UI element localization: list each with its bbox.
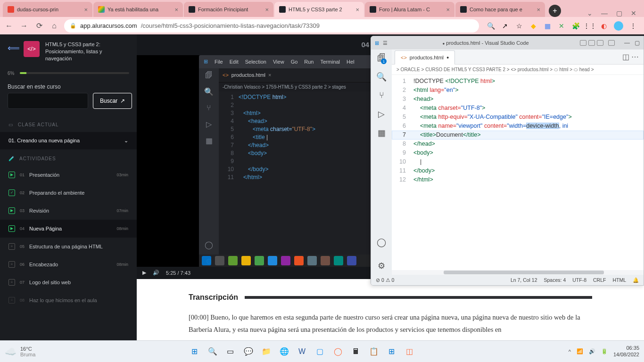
ext-icon[interactable]: ⋮⋮ <box>586 22 594 30</box>
reload-button[interactable]: ⟳ <box>34 21 44 31</box>
weather-widget[interactable]: ☁️ 16°CBruma <box>5 346 35 357</box>
ext-icon[interactable]: ✕ <box>557 22 566 30</box>
browser-tab-active[interactable]: HTML5 y CSS3 parte 2× <box>274 2 364 17</box>
url-input[interactable]: 🔒 app.aluracursos.com/course/html5-css3-… <box>64 19 479 33</box>
back-button[interactable]: ← <box>4 21 14 31</box>
activity-item[interactable]: ✓02Preparando el ambiente <box>0 184 137 202</box>
search-input[interactable] <box>8 93 88 109</box>
horizontal-scrollbar[interactable] <box>392 270 644 275</box>
video-time: 5:25 / 7:43 <box>166 270 190 276</box>
minimize-icon[interactable]: — <box>601 9 608 17</box>
account-icon: ◯ <box>205 240 213 249</box>
start-icon[interactable]: ⊞ <box>188 345 202 359</box>
activity-item[interactable]: ≡08Haz lo que hicimos en el aula <box>0 291 137 309</box>
zoom-icon[interactable]: ▢ <box>313 345 327 359</box>
close-icon[interactable]: × <box>355 6 359 13</box>
word-icon[interactable]: W <box>295 345 309 359</box>
app-icon[interactable]: ◯ <box>331 345 345 359</box>
files-icon[interactable]: 🗐1 <box>377 53 386 63</box>
breadcrumb[interactable]: > ORACLE > CURSO DE HTML5 Y CSS3 PARTE 2… <box>392 65 644 75</box>
account-icon[interactable]: ◯ <box>377 237 386 247</box>
browser-tab[interactable]: Formación Principiant× <box>184 2 273 17</box>
close-icon[interactable]: × <box>265 6 269 13</box>
browser-tab[interactable]: Foro | Alura Latam - C× <box>365 2 454 17</box>
status-eol[interactable]: CRLF <box>593 277 606 283</box>
battery-icon[interactable]: 🔋 <box>601 348 608 354</box>
notes-icon[interactable]: 📋 <box>367 345 381 359</box>
clock[interactable]: 06:3514/08/2022 <box>613 345 639 357</box>
menu-icon[interactable]: ⋮ <box>629 22 637 30</box>
gear-icon[interactable]: ⚙ <box>378 261 385 271</box>
app-icon[interactable]: ◫ <box>403 345 417 359</box>
maximize-icon[interactable]: ▢ <box>635 40 640 46</box>
status-problems[interactable]: ⊘ 0 ⚠ 0 <box>376 277 394 283</box>
browser-tab[interactable]: Como hace para que e× <box>455 2 545 17</box>
search-icon[interactable]: 🔍 <box>376 72 387 82</box>
close-icon[interactable]: × <box>84 6 88 13</box>
extensions-icon[interactable]: ▦ <box>378 128 386 138</box>
status-indent[interactable]: Spaces: 4 <box>544 277 566 283</box>
branch-icon[interactable]: ⑂ <box>379 90 384 100</box>
play-icon[interactable]: ▶ <box>142 270 146 276</box>
chevron-down-icon[interactable]: ⌄ <box>587 9 593 17</box>
menu-file: File <box>215 59 223 65</box>
url-path: /course/html5-css3-posicionamiento-lista… <box>141 22 320 29</box>
calc-icon[interactable]: 🖩 <box>349 345 363 359</box>
close-icon[interactable]: × <box>174 6 178 13</box>
status-lang[interactable]: HTML <box>612 277 626 283</box>
back-arrow-icon[interactable]: ⟸ <box>8 43 18 53</box>
browser-tab[interactable]: dudas-cursos-prin× <box>3 2 92 17</box>
search-icon[interactable]: 🔍 <box>487 22 495 30</box>
editor-tab[interactable]: <>productos.html● <box>395 50 455 65</box>
explorer-icon[interactable]: 📁 <box>259 345 273 359</box>
status-cursor[interactable]: Ln 7, Col 12 <box>511 277 537 283</box>
puzzle-icon[interactable]: 🧩 <box>571 22 580 30</box>
close-icon[interactable]: × <box>446 6 450 13</box>
chrome-icon[interactable]: 🌐 <box>277 345 291 359</box>
taskview-icon[interactable]: ▭ <box>223 345 238 359</box>
chat-icon[interactable]: 💬 <box>241 345 256 359</box>
code-editor[interactable]: 1!DOCTYPE <!DOCTYPE html> 2<html lang="e… <box>392 75 644 270</box>
forward-button[interactable]: → <box>19 21 29 31</box>
activity-item[interactable]: ≡07Logo del sitio web <box>0 273 137 291</box>
home-button[interactable]: ⌂ <box>49 21 59 31</box>
course-thumbnail: </> <box>24 41 40 57</box>
volume-icon[interactable]: 🔊 <box>589 348 595 354</box>
layout-icons[interactable] <box>580 40 615 46</box>
wifi-icon[interactable]: 📶 <box>577 348 583 354</box>
share-icon[interactable]: ↗ <box>501 22 509 30</box>
course-sidebar: ⟸ </> HTML5 y CSS3 parte 2: Posicionamie… <box>0 34 137 340</box>
status-encoding[interactable]: UTF-8 <box>572 277 586 283</box>
avatar-icon[interactable] <box>614 21 623 31</box>
close-icon[interactable]: ✕ <box>631 9 636 17</box>
activity-item[interactable]: ≡06Encabezado08min <box>0 255 137 273</box>
activity-item-active[interactable]: ▶04Nueva Página08min <box>0 220 137 238</box>
vscode-title-bar[interactable]: ⊞ ☰ ● productos.html - Visual Studio Cod… <box>371 36 644 49</box>
ext-icon[interactable]: ▦ <box>543 22 552 30</box>
browser-tab[interactable]: Ya está habilitada una× <box>93 2 183 17</box>
ext-icon[interactable]: ◆ <box>529 22 537 30</box>
debug-icon[interactable]: ▷ <box>378 109 385 119</box>
vscode-icon[interactable]: ⊞ <box>385 345 399 359</box>
maximize-icon[interactable]: ▢ <box>616 9 622 17</box>
activity-item[interactable]: ▶01Presentación03min <box>0 166 137 184</box>
activity-item[interactable]: ▶03Revisión07min <box>0 202 137 220</box>
search-button[interactable]: Buscar ↗ <box>93 93 132 109</box>
chevron-up-icon[interactable]: ^ <box>569 349 571 354</box>
volume-icon[interactable]: 🔊 <box>153 270 159 276</box>
close-icon[interactable]: × <box>537 6 540 13</box>
minimize-icon[interactable]: — <box>624 40 630 46</box>
search-icon[interactable]: 🔍 <box>206 345 220 359</box>
debug-icon: ▷ <box>206 120 212 129</box>
menu-icon[interactable]: ☰ <box>383 40 388 46</box>
current-class-item[interactable]: 01. Creando una nueva página⌄ <box>0 132 137 149</box>
new-tab-button[interactable]: + <box>549 5 561 17</box>
activity-item[interactable]: ≡05Estructura de una página HTML <box>0 238 137 255</box>
split-icon[interactable]: ◫ ⋯ <box>618 49 644 64</box>
browser-chrome: dudas-cursos-prin× Ya está habilitada un… <box>0 0 644 34</box>
ext-icon[interactable]: ◐ <box>600 22 608 30</box>
search-label: Buscar en este curso <box>0 81 137 93</box>
star-icon[interactable]: ☆ <box>515 22 523 30</box>
bell-icon[interactable]: 🔔 <box>633 277 639 283</box>
tab-title: Formación Principiant <box>198 7 262 12</box>
